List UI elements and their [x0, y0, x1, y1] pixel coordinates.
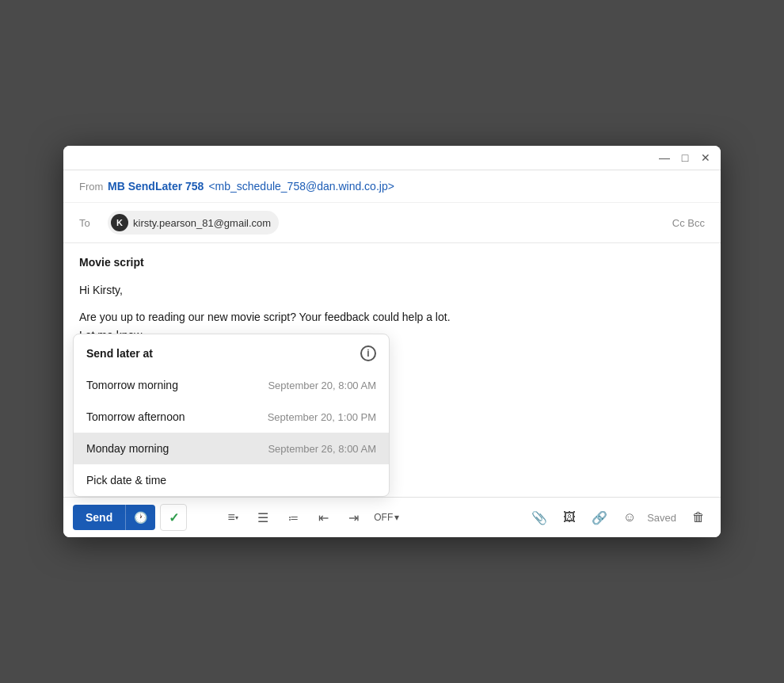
to-row: To K kirsty.pearson_81@gmail.com Cc Bcc — [63, 203, 721, 242]
link-icon: 🔗 — [592, 510, 607, 525]
option-monday-morning[interactable]: Monday morning September 26, 8:00 AM — [74, 433, 389, 464]
bullet-list-icon: ☰ — [257, 510, 268, 525]
send-button[interactable]: Send — [73, 505, 125, 530]
numbered-list-button[interactable]: ≔ — [280, 505, 306, 530]
compose-window: — □ ✕ From MB SendLater 758 <mb_schedule… — [63, 146, 721, 537]
numbered-list-icon: ≔ — [288, 512, 299, 524]
image-button[interactable]: 🖼 — [557, 505, 582, 530]
saved-label: Saved — [647, 512, 676, 524]
info-icon[interactable]: i — [360, 345, 376, 361]
cc-bcc-button[interactable]: Cc Bcc — [672, 217, 705, 229]
check-icon: ✓ — [169, 510, 179, 525]
send-later-popup: Send later at i Tomorrow morning Septemb… — [73, 334, 390, 497]
subject-line: Movie script — [79, 256, 705, 269]
recipient-email: kirsty.pearson_81@gmail.com — [133, 217, 271, 229]
align-button[interactable]: ≡ ▾ — [220, 505, 245, 530]
indent-icon: ⇥ — [348, 510, 359, 525]
check-button[interactable]: ✓ — [160, 504, 187, 531]
option-tomorrow-morning[interactable]: Tomorrow morning September 20, 8:00 AM — [74, 369, 389, 401]
recipient-chip[interactable]: K kirsty.pearson_81@gmail.com — [108, 211, 279, 235]
maximize-button[interactable]: □ — [679, 152, 691, 163]
to-label: To — [79, 217, 108, 229]
sender-email: <mb_schedule_758@dan.wind.co.jp> — [208, 180, 394, 193]
email-header: From MB SendLater 758 <mb_schedule_758@d… — [63, 170, 721, 243]
avatar: K — [111, 214, 128, 231]
toolbar: Send 🕐 ✓ ≡ ▾ ☰ ≔ ⇤ ⇥ OFF ▾ — [63, 497, 721, 537]
from-label: From — [79, 181, 108, 193]
outdent-icon: ⇤ — [318, 510, 329, 525]
close-button[interactable]: ✕ — [700, 152, 711, 163]
link-button[interactable]: 🔗 — [587, 505, 612, 530]
email-body[interactable]: Movie script Hi Kirsty, Are you up to re… — [63, 243, 721, 497]
image-icon: 🖼 — [563, 510, 576, 525]
option-label: Monday morning — [86, 442, 169, 455]
attach-icon: 📎 — [531, 510, 547, 525]
align-icon: ≡ — [228, 510, 235, 525]
bullet-list-button[interactable]: ☰ — [250, 505, 276, 530]
clock-icon: 🕐 — [134, 511, 147, 524]
option-label: Tomorrow afternoon — [86, 410, 185, 423]
popup-title: Send later at — [86, 347, 153, 360]
title-bar: — □ ✕ — [63, 146, 721, 170]
attach-button[interactable]: 📎 — [527, 505, 552, 530]
minimize-button[interactable]: — — [659, 152, 670, 163]
delete-icon: 🗑 — [692, 510, 705, 525]
off-toggle[interactable]: OFF ▾ — [374, 512, 399, 523]
chevron-down-icon: ▾ — [394, 512, 399, 523]
off-label: OFF — [374, 512, 393, 523]
option-tomorrow-afternoon[interactable]: Tomorrow afternoon September 20, 1:00 PM — [74, 401, 389, 433]
option-label: Pick date & time — [86, 474, 166, 486]
indent-button[interactable]: ⇥ — [341, 505, 366, 530]
option-date: September 26, 8:00 AM — [268, 443, 376, 455]
option-date: September 20, 1:00 PM — [268, 411, 376, 423]
sender-name: MB SendLater 758 — [108, 180, 204, 193]
emoji-icon: ☺ — [623, 510, 636, 525]
option-date: September 20, 8:00 AM — [268, 380, 376, 391]
popup-header: Send later at i — [74, 334, 389, 369]
toolbar-right: Saved 🗑 — [647, 505, 711, 530]
delete-button[interactable]: 🗑 — [686, 505, 711, 530]
send-later-button[interactable]: 🕐 — [125, 505, 155, 530]
from-row: From MB SendLater 758 <mb_schedule_758@d… — [63, 170, 721, 203]
option-pick-date[interactable]: Pick date & time — [74, 464, 389, 496]
option-label: Tomorrow morning — [86, 379, 178, 391]
window-controls: — □ ✕ — [659, 152, 711, 163]
outdent-button[interactable]: ⇤ — [310, 505, 336, 530]
emoji-button[interactable]: ☺ — [617, 505, 642, 530]
send-group: Send 🕐 — [73, 505, 155, 530]
greeting: Hi Kirsty, — [79, 281, 705, 299]
